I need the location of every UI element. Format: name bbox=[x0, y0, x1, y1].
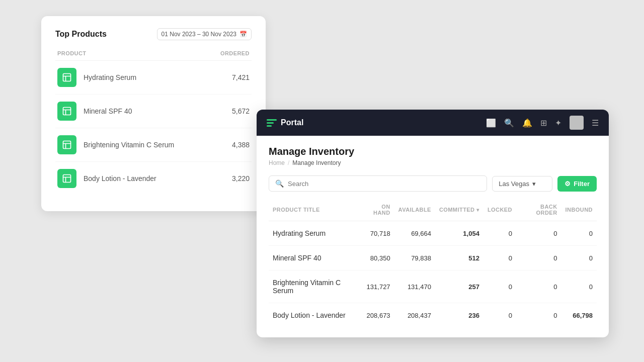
table-row: Brightening Vitamin C Serum 131,727 131,… bbox=[269, 270, 597, 303]
cell-locked: 0 bbox=[484, 303, 516, 328]
top-products-header: Top Products 01 Nov 2023 – 30 Nov 2023 📅 bbox=[55, 28, 252, 40]
portal-window: Portal ⬜ 🔍 🔔 ⊞ ✦ ☰ Manage Inventory Home… bbox=[257, 110, 609, 337]
star-icon[interactable]: ✦ bbox=[555, 118, 561, 128]
avatar-image bbox=[570, 116, 584, 130]
top-products-card: Top Products 01 Nov 2023 – 30 Nov 2023 📅… bbox=[41, 16, 266, 211]
inventory-table: PRODUCT TITLE ON HAND AVAILABLE COMMITTE… bbox=[269, 200, 597, 327]
sort-icon: ▾ bbox=[476, 207, 479, 213]
table-row: Hydrating Serum 70,718 69,664 1,054 0 0 … bbox=[269, 221, 597, 246]
cell-committed: 1,054 bbox=[435, 221, 484, 246]
page-title: Manage Inventory bbox=[269, 146, 597, 157]
search-box[interactable]: 🔍 bbox=[269, 175, 487, 192]
svg-rect-3 bbox=[63, 175, 71, 183]
cell-on-hand: 131,727 bbox=[359, 270, 394, 303]
logo-bar-2 bbox=[267, 122, 274, 124]
cell-back-order: 0 bbox=[516, 246, 561, 270]
grid-icon[interactable]: ⊞ bbox=[540, 118, 547, 128]
inventory-toolbar: 🔍 Las Vegas ▾ ⚙ Filter bbox=[269, 175, 597, 192]
col-ordered: ORDERED bbox=[220, 50, 250, 56]
cell-product-name: Brightening Vitamin C Serum bbox=[269, 270, 359, 303]
portal-body: Manage Inventory Home / Manage Inventory… bbox=[257, 136, 609, 337]
cell-committed: 236 bbox=[435, 303, 484, 328]
search-icon: 🔍 bbox=[275, 179, 284, 188]
table-head: PRODUCT TITLE ON HAND AVAILABLE COMMITTE… bbox=[269, 200, 597, 221]
filter-label: Filter bbox=[574, 180, 590, 188]
product-icon bbox=[57, 169, 76, 188]
svg-rect-0 bbox=[63, 74, 71, 81]
search-nav-icon[interactable]: 🔍 bbox=[504, 118, 514, 128]
svg-rect-2 bbox=[63, 141, 71, 149]
product-ordered: 5,672 bbox=[229, 107, 250, 115]
cell-committed: 257 bbox=[435, 270, 484, 303]
col-header-available: AVAILABLE bbox=[394, 200, 435, 221]
calendar-icon: 📅 bbox=[239, 31, 247, 38]
portal-navbar: Portal ⬜ 🔍 🔔 ⊞ ✦ ☰ bbox=[257, 110, 609, 136]
filter-button[interactable]: ⚙ Filter bbox=[557, 176, 597, 192]
cell-committed: 512 bbox=[435, 246, 484, 270]
top-products-title: Top Products bbox=[55, 30, 107, 39]
monitor-icon[interactable]: ⬜ bbox=[486, 118, 496, 128]
top-products-row: Mineral SPF 40 5,672 bbox=[55, 95, 252, 128]
product-name: Mineral SPF 40 bbox=[84, 107, 222, 115]
portal-logo-icon bbox=[267, 118, 277, 128]
cell-available: 208,437 bbox=[394, 303, 435, 328]
product-icon bbox=[57, 102, 76, 121]
table-row: Mineral SPF 40 80,350 79,838 512 0 0 0 bbox=[269, 246, 597, 270]
cell-on-hand: 80,350 bbox=[359, 246, 394, 270]
location-value: Las Vegas bbox=[499, 180, 529, 188]
cell-inbound: 0 bbox=[561, 270, 597, 303]
col-header-inbound: INBOUND bbox=[561, 200, 597, 221]
cell-back-order: 0 bbox=[516, 270, 561, 303]
product-name: Brightening Vitamin C Serum bbox=[84, 141, 222, 149]
menu-icon[interactable]: ☰ bbox=[592, 118, 599, 128]
filter-icon: ⚙ bbox=[565, 180, 571, 188]
cell-on-hand: 70,718 bbox=[359, 221, 394, 246]
svg-rect-1 bbox=[63, 108, 71, 115]
cell-inbound: 0 bbox=[561, 246, 597, 270]
bell-icon[interactable]: 🔔 bbox=[522, 118, 532, 128]
portal-logo: Portal bbox=[267, 118, 303, 128]
product-ordered: 4,388 bbox=[229, 141, 250, 149]
table-header-row: PRODUCT TITLE ON HAND AVAILABLE COMMITTE… bbox=[269, 200, 597, 221]
cell-inbound: 66,798 bbox=[561, 303, 597, 328]
user-avatar[interactable] bbox=[570, 116, 584, 130]
breadcrumb-separator: / bbox=[288, 159, 289, 166]
date-range-picker[interactable]: 01 Nov 2023 – 30 Nov 2023 📅 bbox=[157, 28, 252, 40]
product-name: Hydrating Serum bbox=[84, 73, 222, 81]
product-ordered: 7,421 bbox=[229, 73, 250, 81]
portal-app-name: Portal bbox=[281, 118, 303, 127]
cell-locked: 0 bbox=[484, 221, 516, 246]
col-header-backorder: BACK ORDER bbox=[516, 200, 561, 221]
cell-locked: 0 bbox=[484, 246, 516, 270]
location-dropdown[interactable]: Las Vegas ▾ bbox=[492, 176, 552, 192]
top-products-row: Brightening Vitamin C Serum 4,388 bbox=[55, 128, 252, 162]
product-icon bbox=[57, 135, 76, 154]
breadcrumb: Home / Manage Inventory bbox=[269, 159, 597, 166]
cell-on-hand: 208,673 bbox=[359, 303, 394, 328]
product-name: Body Lotion - Lavender bbox=[84, 174, 222, 183]
portal-nav-icons: ⬜ 🔍 🔔 ⊞ ✦ ☰ bbox=[486, 116, 599, 130]
cell-back-order: 0 bbox=[516, 303, 561, 328]
cell-product-name: Hydrating Serum bbox=[269, 221, 359, 246]
col-header-product: PRODUCT TITLE bbox=[269, 200, 359, 221]
top-products-col-headers: PRODUCT ORDERED bbox=[55, 50, 252, 61]
product-icon bbox=[57, 68, 76, 87]
cell-product-name: Body Lotion - Lavender bbox=[269, 303, 359, 328]
cell-available: 69,664 bbox=[394, 221, 435, 246]
breadcrumb-home[interactable]: Home bbox=[269, 159, 285, 166]
search-input[interactable] bbox=[288, 180, 480, 188]
top-products-list: Hydrating Serum 7,421 Mineral SPF 40 5,6… bbox=[55, 61, 252, 195]
col-header-committed[interactable]: COMMITTED ▾ bbox=[435, 200, 484, 221]
committed-label: COMMITTED bbox=[439, 207, 475, 213]
cell-available: 131,470 bbox=[394, 270, 435, 303]
table-row: Body Lotion - Lavender 208,673 208,437 2… bbox=[269, 303, 597, 328]
top-products-row: Hydrating Serum 7,421 bbox=[55, 61, 252, 95]
product-ordered: 3,220 bbox=[229, 174, 250, 183]
cell-back-order: 0 bbox=[516, 221, 561, 246]
cell-available: 79,838 bbox=[394, 246, 435, 270]
col-header-onhand: ON HAND bbox=[359, 200, 394, 221]
col-header-locked: LOCKED bbox=[484, 200, 516, 221]
chevron-down-icon: ▾ bbox=[532, 180, 536, 188]
cell-inbound: 0 bbox=[561, 221, 597, 246]
date-range-text: 01 Nov 2023 – 30 Nov 2023 bbox=[162, 31, 236, 38]
